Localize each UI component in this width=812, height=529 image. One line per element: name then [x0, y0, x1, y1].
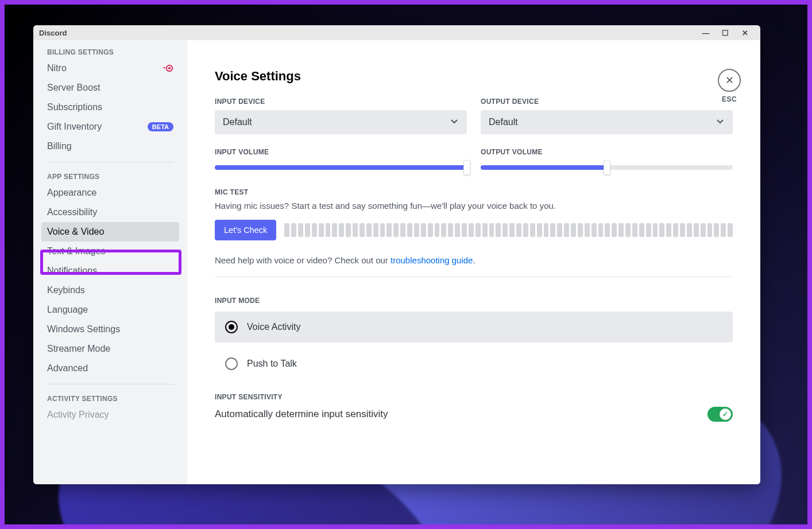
input-volume-slider[interactable]: [215, 161, 467, 174]
nitro-icon: [163, 64, 173, 72]
sidebar-item-windows-settings[interactable]: Windows Settings: [41, 320, 179, 339]
sidebar-item-label: Billing: [47, 141, 173, 151]
chevron-down-icon: [450, 116, 459, 128]
sidebar-category-activity: ACTIVITY SETTINGS: [41, 390, 179, 405]
sidebar-item-label: Subscriptions: [47, 102, 173, 112]
minimize-button[interactable]: —: [696, 29, 716, 37]
sidebar-item-advanced[interactable]: Advanced: [41, 359, 179, 378]
lets-check-button[interactable]: Let's Check: [215, 220, 276, 240]
sidebar-item-language[interactable]: Language: [41, 300, 179, 320]
close-label: ESC: [718, 95, 741, 103]
sidebar-item-label: Keybinds: [47, 285, 173, 295]
input-device-label: INPUT DEVICE: [215, 98, 467, 106]
output-device-label: OUTPUT DEVICE: [481, 98, 733, 106]
sidebar-item-label: Language: [47, 305, 173, 315]
sidebar-item-keybinds[interactable]: Keybinds: [41, 281, 179, 300]
radio-unselected-icon: [225, 357, 238, 370]
sidebar-item-label: Advanced: [47, 363, 173, 374]
troubleshooting-link[interactable]: troubleshooting guide: [390, 255, 473, 265]
sidebar-item-billing[interactable]: Billing: [41, 137, 179, 156]
help-text-suffix: .: [473, 255, 475, 265]
beta-badge: BETA: [148, 122, 173, 131]
sidebar-item-label: Text & Images: [47, 246, 173, 256]
sidebar-item-label: Windows Settings: [47, 324, 173, 334]
sidebar-item-label: Accessibility: [47, 207, 173, 217]
sidebar-category-app: APP SETTINGS: [41, 168, 179, 183]
sidebar-item-label: Notifications: [47, 266, 173, 276]
output-volume-slider[interactable]: [481, 161, 733, 174]
auto-sensitivity-toggle[interactable]: ✓: [707, 407, 733, 422]
sidebar-item-accessibility[interactable]: Accessibility: [41, 203, 179, 222]
sidebar-item-voice-video[interactable]: Voice & Video: [41, 222, 179, 242]
sidebar-item-appearance[interactable]: Appearance: [41, 183, 179, 203]
sidebar-item-label: Streamer Mode: [47, 344, 173, 354]
close-window-button[interactable]: ✕: [735, 29, 755, 37]
sidebar-item-text-images[interactable]: Text & Images: [41, 242, 179, 261]
divider: [215, 277, 733, 277]
sidebar-item-label: Server Boost: [47, 83, 173, 93]
svg-rect-2: [163, 67, 165, 68]
input-mode-push-to-talk[interactable]: Push to Talk: [215, 348, 733, 379]
sidebar-item-label: Nitro: [47, 63, 163, 73]
auto-sensitivity-label: Automatically determine input sensitivit…: [215, 409, 388, 420]
radio-selected-icon: [225, 321, 238, 333]
input-device-value: Default: [223, 117, 252, 127]
help-text: Need help with voice or video? Check out…: [215, 255, 733, 265]
sidebar-item-nitro[interactable]: Nitro: [41, 59, 179, 78]
titlebar: Discord — ☐ ✕: [33, 25, 760, 40]
input-mode-label: INPUT MODE: [215, 297, 733, 305]
sidebar-item-server-boost[interactable]: Server Boost: [41, 78, 179, 98]
input-sensitivity-label: INPUT SENSITIVITY: [215, 393, 733, 401]
maximize-button[interactable]: ☐: [716, 29, 735, 37]
settings-sidebar: BILLING SETTINGS Nitro Server Boost Subs…: [33, 40, 187, 484]
sidebar-item-label: Appearance: [47, 188, 173, 198]
sidebar-divider: [47, 162, 173, 162]
svg-point-1: [168, 67, 171, 69]
output-device-value: Default: [489, 117, 518, 127]
window-title: Discord: [39, 29, 67, 37]
page-title: Voice Settings: [215, 69, 733, 84]
content-area: ✕ ESC Voice Settings INPUT DEVICE Defaul…: [187, 40, 760, 484]
sidebar-item-notifications[interactable]: Notifications: [41, 261, 179, 281]
sidebar-divider: [47, 384, 173, 384]
radio-label: Voice Activity: [247, 322, 300, 332]
input-mode-voice-activity[interactable]: Voice Activity: [215, 312, 733, 343]
sidebar-item-label: Voice & Video: [47, 227, 173, 237]
sidebar-item-streamer-mode[interactable]: Streamer Mode: [41, 339, 179, 359]
mic-test-label: MIC TEST: [215, 188, 733, 196]
input-volume-label: INPUT VOLUME: [215, 148, 467, 156]
output-volume-label: OUTPUT VOLUME: [481, 148, 733, 156]
sidebar-item-gift-inventory[interactable]: Gift Inventory BETA: [41, 117, 179, 137]
sidebar-item-subscriptions[interactable]: Subscriptions: [41, 98, 179, 117]
help-text-prefix: Need help with voice or video? Check out…: [215, 255, 390, 265]
chevron-down-icon: [716, 116, 725, 128]
radio-label: Push to Talk: [247, 359, 297, 369]
mic-level-meter: [284, 223, 733, 237]
app-window: Discord — ☐ ✕ BILLING SETTINGS Nitro Ser…: [33, 25, 760, 484]
sidebar-item-label: Activity Privacy: [47, 410, 173, 420]
sidebar-category-billing: BILLING SETTINGS: [41, 44, 179, 59]
output-device-select[interactable]: Default: [481, 110, 733, 134]
input-device-select[interactable]: Default: [215, 110, 467, 134]
check-icon: ✓: [720, 409, 731, 420]
mic-test-description: Having mic issues? Start a test and say …: [215, 201, 733, 211]
close-icon: ✕: [725, 74, 734, 87]
sidebar-item-label: Gift Inventory: [47, 122, 148, 132]
close-settings-button[interactable]: ✕: [718, 69, 741, 92]
sidebar-item-activity-privacy[interactable]: Activity Privacy: [41, 405, 179, 425]
